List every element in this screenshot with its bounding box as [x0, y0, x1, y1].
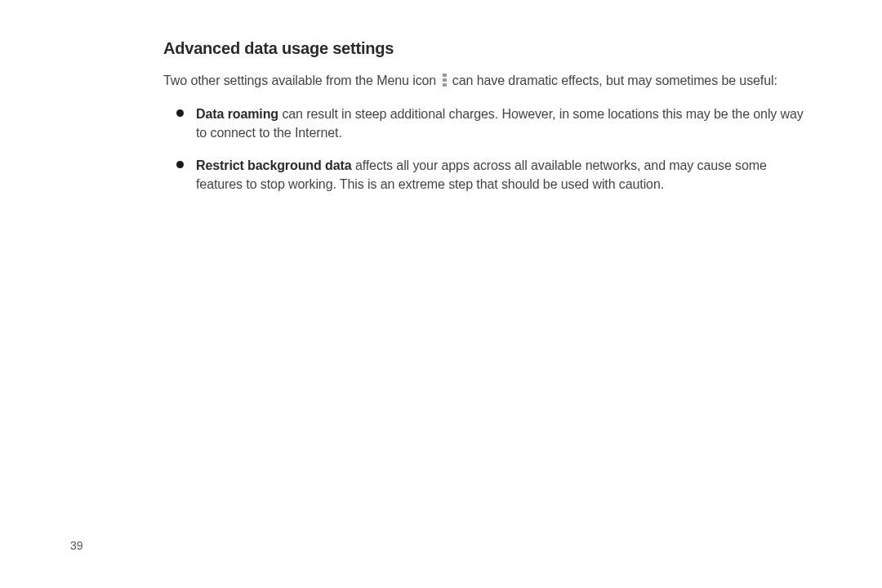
- svg-rect-1: [443, 78, 447, 82]
- section-heading: Advanced data usage settings: [163, 39, 808, 58]
- svg-rect-0: [443, 74, 447, 77]
- intro-text-before: Two other settings available from the Me…: [163, 74, 440, 87]
- intro-text-after: can have dramatic effects, but may somet…: [449, 74, 777, 87]
- intro-paragraph: Two other settings available from the Me…: [163, 71, 808, 90]
- menu-overflow-icon: [442, 74, 448, 87]
- bullet-bold-term: Data roaming: [196, 107, 278, 121]
- svg-rect-2: [443, 83, 447, 87]
- page-number: 39: [70, 539, 83, 552]
- list-item: Restrict background data affects all you…: [196, 156, 808, 194]
- bullet-list: Data roaming can result in steep additio…: [163, 105, 808, 194]
- list-item: Data roaming can result in steep additio…: [196, 105, 808, 142]
- bullet-bold-term: Restrict background data: [196, 158, 352, 172]
- bullet-text: can result in steep additional charges. …: [196, 107, 804, 140]
